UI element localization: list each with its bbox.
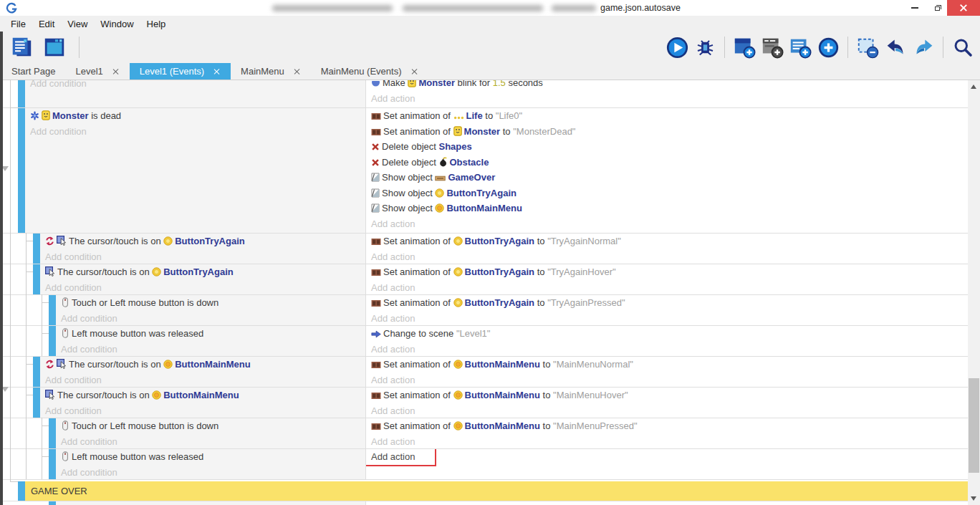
event-bar[interactable] <box>33 357 40 387</box>
action-line[interactable]: Set animation of ButtonMainMenu to "Main… <box>371 357 968 372</box>
event-actions[interactable]: Set animation of ButtonTryAgain to "TryA… <box>365 264 968 294</box>
debug-icon[interactable] <box>692 34 718 60</box>
action-line[interactable]: Set animation of ButtonTryAgain to "TryA… <box>371 264 968 280</box>
action-line[interactable]: Set animation of Life to "Life0" <box>371 108 968 124</box>
event-actions[interactable]: Make Monster blink for 1.5 seconds Add a… <box>365 80 968 107</box>
event-conditions[interactable]: Touch or Left mouse button is down Add c… <box>0 418 365 448</box>
add-condition-placeholder[interactable]: Add condition <box>45 280 365 295</box>
event-conditions[interactable]: Add condition <box>0 80 365 107</box>
event-bar[interactable] <box>33 388 40 418</box>
event-bar[interactable] <box>49 449 56 479</box>
add-action-placeholder[interactable]: Add action <box>371 249 968 264</box>
event-actions[interactable]: Set animation of ButtonMainMenu to "Main… <box>365 418 968 448</box>
menu-item-help[interactable]: Help <box>140 16 173 32</box>
add-condition-placeholder[interactable]: Add condition <box>30 80 365 92</box>
event-conditions[interactable] <box>0 501 365 505</box>
menu-item-window[interactable]: Window <box>94 16 140 32</box>
event-actions[interactable] <box>365 501 968 505</box>
action-line[interactable]: Make Monster blink for 1.5 seconds <box>371 80 968 91</box>
vertical-scrollbar[interactable] <box>968 80 980 505</box>
action-line[interactable]: Change to scene "Level1" <box>371 326 968 342</box>
add-action-placeholder[interactable]: Add action <box>371 280 968 295</box>
event-bar[interactable] <box>49 501 56 505</box>
condition-line[interactable]: Touch or Left mouse button is down <box>61 295 365 311</box>
undo-icon[interactable] <box>883 34 908 60</box>
minimize-button[interactable] <box>904 0 926 16</box>
event-conditions[interactable]: Touch or Left mouse button is down Add c… <box>0 295 365 325</box>
condition-line[interactable]: The cursor/touch is on ButtonTryAgain <box>45 234 365 249</box>
action-line[interactable]: Set animation of Monster to "MonsterDead… <box>371 124 968 140</box>
tab-close-icon[interactable] <box>112 68 120 75</box>
event-actions[interactable]: Set animation of ButtonMainMenu to "Main… <box>365 388 968 418</box>
condition-line[interactable]: Monster is dead <box>30 108 365 124</box>
event-conditions[interactable]: The cursor/touch is on ButtonMainMenu Ad… <box>0 357 365 387</box>
add-condition-placeholder[interactable]: Add condition <box>61 311 365 326</box>
event-actions[interactable]: Set animation of ButtonMainMenu to "Main… <box>365 357 968 387</box>
event-bar[interactable] <box>33 234 40 264</box>
action-line[interactable]: Set animation of ButtonMainMenu to "Main… <box>371 418 968 434</box>
condition-line[interactable]: The cursor/touch is on ButtonMainMenu <box>45 357 365 372</box>
event-conditions[interactable]: The cursor/touch is on ButtonTryAgain Ad… <box>0 264 365 294</box>
add-action-placeholder[interactable]: Add action <box>371 311 968 326</box>
search-icon[interactable] <box>950 34 976 60</box>
action-line[interactable]: Show object GameOver <box>371 170 968 186</box>
action-line[interactable]: Show object ButtonMainMenu <box>371 201 968 216</box>
redo-icon[interactable] <box>911 34 936 60</box>
tab-level1[interactable]: Level1 <box>65 63 129 80</box>
tab-level1-events[interactable]: Level1 (Events) <box>130 63 231 80</box>
tab-close-icon[interactable] <box>213 68 221 75</box>
scrollbar-thumb[interactable] <box>969 378 979 473</box>
add-condition-placeholder[interactable]: Add condition <box>45 372 365 388</box>
event-conditions[interactable]: Left mouse button was released Add condi… <box>0 449 365 479</box>
action-line[interactable]: Set animation of ButtonTryAgain to "TryA… <box>371 295 968 311</box>
event-actions[interactable]: Add action <box>365 449 968 479</box>
comment-row[interactable]: GAME OVER <box>0 481 968 501</box>
event-actions[interactable]: Set animation of ButtonTryAgain to "TryA… <box>365 234 968 264</box>
event-actions[interactable]: Set animation of ButtonTryAgain to "TryA… <box>365 295 968 325</box>
event-bar[interactable] <box>18 80 25 107</box>
scroll-down-icon[interactable] <box>971 496 976 501</box>
add-action-placeholder[interactable]: Add action <box>371 434 968 449</box>
action-line[interactable]: Set animation of ButtonMainMenu to "Main… <box>371 388 968 403</box>
event-actions[interactable]: Change to scene "Level1" Add action <box>365 326 968 356</box>
add-event-icon[interactable] <box>731 34 757 60</box>
event-bar[interactable] <box>49 418 56 448</box>
add-new-icon[interactable] <box>815 34 841 60</box>
add-condition-placeholder[interactable]: Add condition <box>61 342 365 357</box>
tab-close-icon[interactable] <box>411 68 418 75</box>
event-conditions[interactable]: The cursor/touch is on ButtonTryAgain Ad… <box>0 234 365 264</box>
event-actions[interactable]: Set animation of Life to "Life0" Set ani… <box>365 108 968 233</box>
event-bar[interactable] <box>33 264 40 294</box>
condition-line[interactable]: The cursor/touch is on ButtonTryAgain <box>45 264 365 280</box>
add-condition-placeholder[interactable]: Add condition <box>45 403 365 418</box>
event-conditions[interactable]: The cursor/touch is on ButtonMainMenu Ad… <box>0 388 365 418</box>
tab-close-icon[interactable] <box>294 68 301 75</box>
add-action-placeholder[interactable]: Add action <box>371 216 968 232</box>
remove-selection-icon[interactable] <box>855 34 880 60</box>
project-manager-icon[interactable] <box>9 34 34 60</box>
condition-line[interactable]: Left mouse button was released <box>61 326 365 342</box>
condition-line[interactable]: Touch or Left mouse button is down <box>61 418 365 434</box>
comment-body[interactable]: GAME OVER <box>25 481 968 501</box>
event-conditions[interactable]: Monster is dead Add condition <box>0 108 365 233</box>
add-condition-placeholder[interactable]: Add condition <box>45 249 365 264</box>
action-line[interactable]: Show object ButtonTryAgain <box>371 186 968 201</box>
condition-line[interactable]: The cursor/touch is on ButtonMainMenu <box>45 388 365 403</box>
event-bar[interactable] <box>18 108 25 233</box>
add-action-placeholder[interactable]: Add action <box>371 403 968 418</box>
close-button[interactable] <box>947 0 980 16</box>
event-bar[interactable] <box>18 481 25 501</box>
add-condition-placeholder[interactable]: Add condition <box>30 124 365 140</box>
event-bar[interactable] <box>49 295 56 325</box>
play-icon[interactable] <box>664 34 690 60</box>
event-bar[interactable] <box>49 326 56 356</box>
restore-button[interactable] <box>927 0 948 16</box>
add-action-placeholder[interactable]: Add action <box>371 342 968 357</box>
action-line[interactable]: Delete object Shapes <box>371 139 968 155</box>
scene-editor-icon[interactable] <box>42 34 67 60</box>
add-comment-icon[interactable] <box>787 34 813 60</box>
action-line[interactable]: Delete object Obstacle <box>371 155 968 170</box>
tab-mainmenu-events[interactable]: MainMenu (Events) <box>311 63 428 80</box>
menu-item-edit[interactable]: Edit <box>32 16 61 32</box>
event-conditions[interactable]: Left mouse button was released Add condi… <box>0 326 365 356</box>
